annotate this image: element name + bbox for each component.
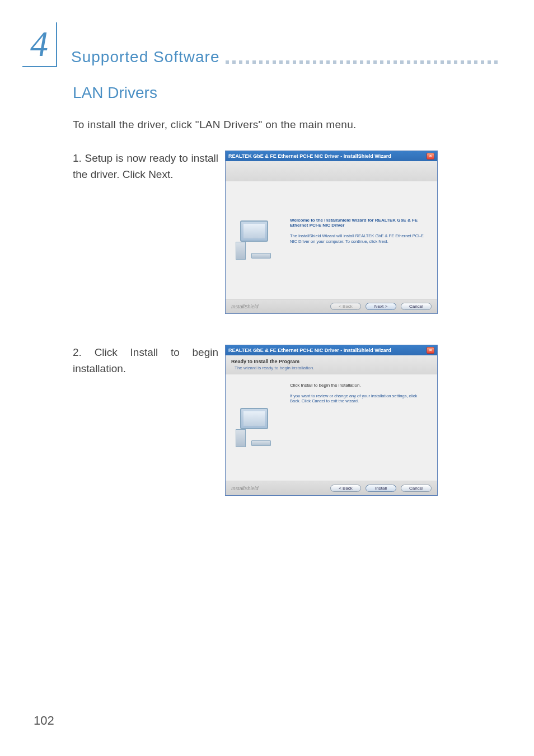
step-2-image: REALTEK GbE & FE Ethernet PCI-E NIC Driv… [225,345,467,496]
chapter-number-box: 4 [22,22,57,67]
section-intro: To install the driver, click "LAN Driver… [73,119,467,131]
dialog2-subtitle: Ready to Install the Program [231,359,432,364]
dialog1-footer: InstallShield < Back Next > Cancel [226,299,437,313]
step-2-body: Click Install to begin installation. [73,346,218,374]
step-2-text: 2. Click Install to begin installation. [73,345,218,496]
dialog1-welcome-body: The InstallShield Wizard will install RE… [290,233,429,245]
step-1-number: 1. [73,151,82,167]
dialog2-text-panel: Click Install to begin the installation.… [282,374,437,481]
dialog2-subdesc: The wizard is ready to begin installatio… [235,365,432,370]
dialog1-banner [226,161,437,181]
dialog2-body: Click Install to begin the installation.… [226,374,437,481]
dialog1-welcome-title: Welcome to the InstallShield Wizard for … [290,218,429,228]
step-1-image: REALTEK GbE & FE Ethernet PCI-E NIC Driv… [225,151,467,314]
close-icon[interactable]: × [427,153,434,159]
close-icon[interactable]: × [427,347,434,354]
chapter-title: Supported Software [71,48,220,66]
cancel-button[interactable]: Cancel [401,303,432,310]
install-wizard-dialog-2: REALTEK GbE & FE Ethernet PCI-E NIC Driv… [225,345,438,496]
installshield-brand: InstallShield [231,486,259,491]
dialog1-text-panel: Welcome to the InstallShield Wizard for … [282,181,437,299]
dialog2-titlebar: REALTEK GbE & FE Ethernet PCI-E NIC Driv… [226,345,437,355]
dialog2-subheader: Ready to Install the Program The wizard … [226,355,437,374]
installshield-brand: InstallShield [231,304,259,309]
step-2-row: 2. Click Install to begin installation. … [73,345,467,496]
dialog1-image-panel [226,181,282,299]
dialog2-title: REALTEK GbE & FE Ethernet PCI-E NIC Driv… [228,348,391,353]
page-header: 4 Supported Software [22,22,500,67]
cancel-button[interactable]: Cancel [401,485,432,492]
dialog1-body: Welcome to the InstallShield Wizard for … [226,181,437,299]
dialog2-image-panel [226,374,282,481]
step-1-row: 1. Setup is now ready to install the dri… [73,151,467,314]
install-button[interactable]: Install [366,485,396,492]
dotted-divider [226,60,501,64]
dialog1-titlebar: REALTEK GbE & FE Ethernet PCI-E NIC Driv… [226,151,437,161]
dialog2-line2: If you want to review or change any of y… [290,393,429,403]
step-1-body: Setup is now ready to install the driver… [73,152,218,180]
page-number: 102 [34,713,54,728]
install-wizard-dialog-1: REALTEK GbE & FE Ethernet PCI-E NIC Driv… [225,151,438,314]
dialog1-buttons: < Back Next > Cancel [330,303,432,310]
back-button[interactable]: < Back [330,303,361,310]
dialog2-footer: InstallShield < Back Install Cancel [226,481,437,495]
back-button[interactable]: < Back [330,485,361,492]
chapter-number: 4 [30,24,48,65]
next-button[interactable]: Next > [366,303,396,310]
step-1-text: 1. Setup is now ready to install the dri… [73,151,218,314]
step-2-number: 2. [73,345,82,361]
dialog2-buttons: < Back Install Cancel [330,485,432,492]
computer-icon [236,408,272,447]
dialog1-title: REALTEK GbE & FE Ethernet PCI-E NIC Driv… [228,153,391,159]
dialog2-line1: Click Install to begin the installation. [290,383,429,388]
content-area: LAN Drivers To install the driver, click… [73,84,467,527]
computer-icon [236,220,272,260]
section-title: LAN Drivers [73,84,467,102]
